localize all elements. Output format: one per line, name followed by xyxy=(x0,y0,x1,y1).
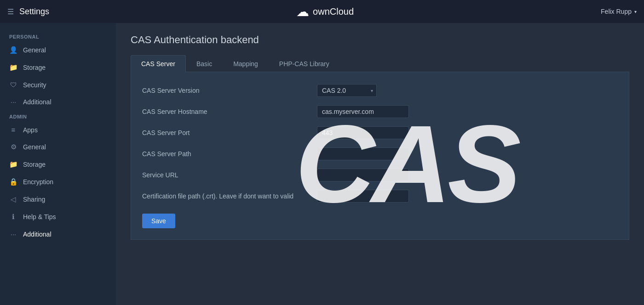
info-icon: ℹ xyxy=(9,213,17,221)
admin-section-label: Admin xyxy=(0,110,116,121)
port-input[interactable] xyxy=(317,126,409,139)
cert-input[interactable] xyxy=(317,190,409,203)
service-url-row: Service URL xyxy=(142,168,618,182)
sidebar-item-admin-general[interactable]: ⚙ General xyxy=(0,138,116,156)
tab-php-cas[interactable]: PHP-CAS Library xyxy=(269,55,340,72)
path-input[interactable] xyxy=(317,147,409,160)
hostname-row: CAS Server Hostname xyxy=(142,104,618,119)
version-label: CAS Server Version xyxy=(142,87,317,94)
save-button[interactable]: Save xyxy=(142,214,175,228)
sidebar-item-admin-encryption[interactable]: 🔒 Encryption xyxy=(0,173,116,191)
brand-name: ownCloud xyxy=(313,6,354,17)
tab-cas-server[interactable]: CAS Server xyxy=(131,55,186,72)
sidebar-label-admin-sharing: Sharing xyxy=(23,196,45,203)
service-url-input[interactable] xyxy=(317,169,409,181)
service-url-label: Service URL xyxy=(142,171,317,179)
person-icon: 👤 xyxy=(9,46,17,54)
sidebar-label-personal-general: General xyxy=(23,46,46,54)
cert-label: Certification file path (.crt). Leave if… xyxy=(142,192,317,200)
folder-icon: 📁 xyxy=(9,63,17,72)
sidebar-item-personal-additional[interactable]: ··· Additional xyxy=(0,93,116,110)
path-row: CAS Server Path xyxy=(142,147,618,161)
sidebar-label-admin-help: Help & Tips xyxy=(23,213,56,220)
cloud-icon: ☁ xyxy=(296,4,309,19)
user-menu[interactable]: Felix Rupp ▾ xyxy=(601,8,637,15)
version-select[interactable]: CAS 1.0 CAS 2.0 CAS 3.0 xyxy=(317,84,377,97)
cert-row: Certification file path (.crt). Leave if… xyxy=(142,189,618,203)
path-label: CAS Server Path xyxy=(142,150,317,158)
tab-basic[interactable]: Basic xyxy=(186,55,223,72)
tab-mapping[interactable]: Mapping xyxy=(223,55,269,72)
topnav: ☰ Settings ☁ ownCloud Felix Rupp ▾ xyxy=(0,0,644,23)
sidebar-label-admin-general: General xyxy=(23,143,46,151)
sidebar-label-admin-additional: Additional xyxy=(23,231,52,238)
hamburger-icon[interactable]: ☰ xyxy=(7,7,14,16)
sidebar-label-admin-storage: Storage xyxy=(23,161,46,168)
version-select-wrapper: CAS 1.0 CAS 2.0 CAS 3.0 ▾ xyxy=(317,84,377,97)
sidebar: Personal 👤 General 📁 Storage 🛡 Security … xyxy=(0,23,116,305)
tabs: CAS Server Basic Mapping PHP-CAS Library xyxy=(131,55,629,72)
dots-icon-admin: ··· xyxy=(9,230,17,238)
storage-icon: 📁 xyxy=(9,160,17,169)
hostname-input[interactable] xyxy=(317,105,409,118)
user-name: Felix Rupp xyxy=(601,8,632,15)
sidebar-item-admin-apps[interactable]: ≡ Apps xyxy=(0,121,116,138)
sidebar-label-personal-security: Security xyxy=(23,81,46,89)
sidebar-item-admin-additional[interactable]: ··· Additional xyxy=(0,226,116,243)
app-title: Settings xyxy=(19,7,49,17)
sidebar-label-admin-encryption: Encryption xyxy=(23,178,53,186)
port-row: CAS Server Port xyxy=(142,125,618,140)
gear-icon: ⚙ xyxy=(9,143,17,151)
sidebar-item-personal-general[interactable]: 👤 General xyxy=(0,41,116,59)
sidebar-item-personal-storage[interactable]: 📁 Storage xyxy=(0,59,116,76)
sidebar-item-admin-storage[interactable]: 📁 Storage xyxy=(0,156,116,173)
sidebar-item-admin-sharing[interactable]: ◁ Sharing xyxy=(0,191,116,208)
sidebar-item-personal-security[interactable]: 🛡 Security xyxy=(0,76,116,93)
dots-icon-personal: ··· xyxy=(9,98,17,106)
personal-section-label: Personal xyxy=(0,30,116,41)
shield-icon: 🛡 xyxy=(9,81,17,89)
share-icon: ◁ xyxy=(9,195,17,203)
main-content: CAS Authentication backend CAS Server Ba… xyxy=(116,23,644,305)
version-row: CAS Server Version CAS 1.0 CAS 2.0 CAS 3… xyxy=(142,83,618,98)
hostname-label: CAS Server Hostname xyxy=(142,108,317,115)
lock-icon: 🔒 xyxy=(9,178,17,186)
user-caret-icon: ▾ xyxy=(634,9,637,14)
apps-icon: ≡ xyxy=(9,126,17,134)
page-title: CAS Authentication backend xyxy=(131,34,629,46)
cas-server-panel: CAS Server Version CAS 1.0 CAS 2.0 CAS 3… xyxy=(131,72,629,240)
sidebar-item-admin-help[interactable]: ℹ Help & Tips xyxy=(0,208,116,226)
owncloud-logo: ☁ ownCloud xyxy=(296,4,354,19)
sidebar-label-personal-additional: Additional xyxy=(23,98,52,106)
port-label: CAS Server Port xyxy=(142,129,317,136)
sidebar-label-admin-apps: Apps xyxy=(23,126,38,134)
sidebar-label-personal-storage: Storage xyxy=(23,64,46,71)
